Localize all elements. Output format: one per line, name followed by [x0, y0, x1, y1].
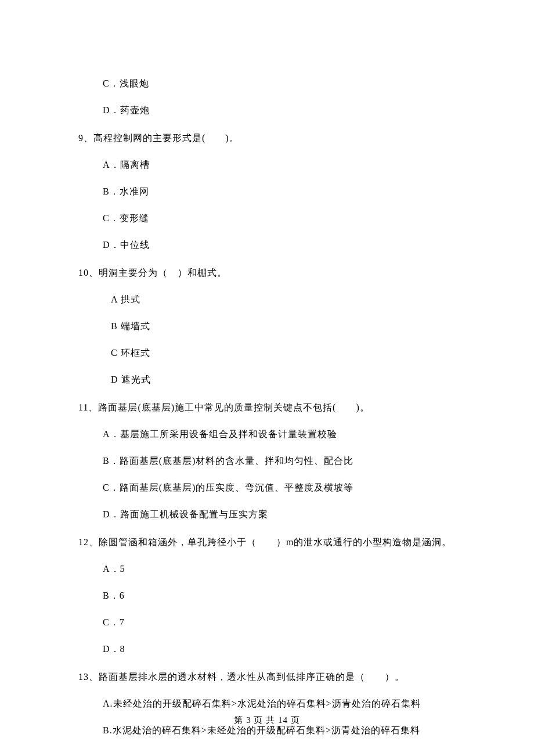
prev-option-c: C．浅眼炮: [103, 77, 456, 91]
page-footer: 第 3 页 共 14 页: [0, 715, 534, 726]
question-13: 13、路面基层排水层的透水材料，透水性从高到低排序正确的是（ ）。: [78, 670, 456, 684]
q9-option-a: A．隔离槽: [103, 158, 456, 172]
q10-option-a: A 拱式: [111, 293, 456, 307]
q13-option-a: A.未经处治的开级配碎石集料>水泥处治的碎石集料>沥青处治的碎石集料: [103, 697, 456, 711]
q11-option-b: B．路面基层(底基层)材料的含水量、拌和均匀性、配合比: [103, 454, 456, 468]
question-11: 11、路面基层(底基层)施工中常见的质量控制关键点不包括( )。: [78, 401, 456, 415]
q10-option-d: D 遮光式: [111, 373, 456, 387]
q11-option-c: C．路面基层(底基层)的压实度、弯沉值、平整度及横坡等: [103, 481, 456, 495]
q11-option-d: D．路面施工机械设备配置与压实方案: [103, 507, 456, 521]
q9-option-d: D．中位线: [103, 238, 456, 252]
q10-option-b: B 端墙式: [111, 319, 456, 333]
q12-option-b: B．6: [103, 589, 456, 603]
prev-option-d: D．药壶炮: [103, 103, 456, 117]
question-9: 9、高程控制网的主要形式是( )。: [78, 131, 456, 145]
q10-option-c: C 环框式: [111, 346, 456, 360]
question-12: 12、除圆管涵和箱涵外，单孔跨径小于（ ）m的泄水或通行的小型构造物是涵洞。: [78, 535, 456, 549]
q12-option-a: A．5: [103, 562, 456, 576]
q12-option-c: C．7: [103, 615, 456, 629]
page-content: C．浅眼炮 D．药壶炮 9、高程控制网的主要形式是( )。 A．隔离槽 B．水准…: [0, 0, 534, 737]
q9-option-c: C．变形缝: [103, 211, 456, 225]
q9-option-b: B．水准网: [103, 185, 456, 199]
q11-option-a: A．基层施工所采用设备组合及拌和设备计量装置校验: [103, 427, 456, 441]
q12-option-d: D．8: [103, 642, 456, 656]
question-10: 10、明洞主要分为（ ）和棚式。: [78, 266, 456, 280]
